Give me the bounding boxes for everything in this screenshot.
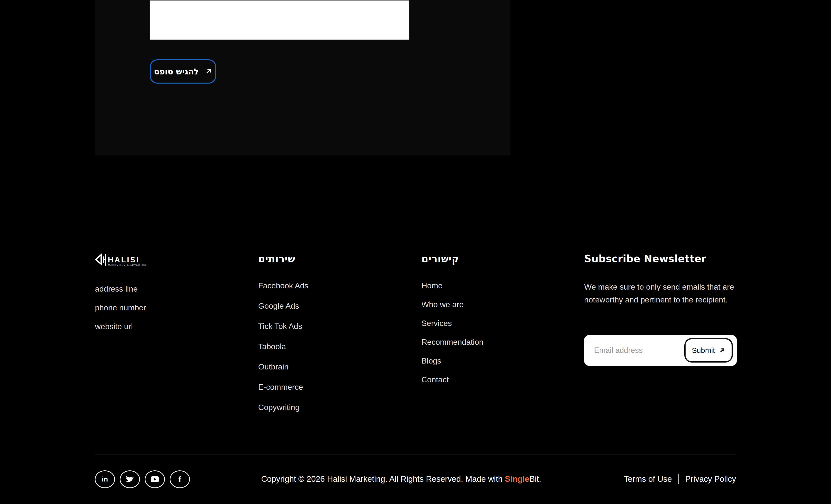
social-links: in f <box>95 470 190 488</box>
arrow-up-right-icon <box>205 68 212 75</box>
copyright-text: Copyright © 2026 Halisi Marketing. All R… <box>261 474 541 484</box>
quick-links-list: Home Who we are Services Recommendation … <box>422 282 484 394</box>
youtube-icon[interactable] <box>145 470 165 488</box>
newsletter-submit-label: Submit <box>692 346 715 355</box>
logo-triangle-icon <box>96 255 101 264</box>
page: להגיש טופס HALISI MARKETING & ADVERTISIN… <box>0 0 831 504</box>
terms-of-use-link[interactable]: Terms of Use <box>624 474 672 484</box>
footer-link-contact[interactable]: Contact <box>422 376 484 384</box>
logo-wordmark: HALISI <box>108 256 140 264</box>
arrow-up-right-icon <box>719 347 725 354</box>
service-link-outbrain[interactable]: Outbrain <box>258 363 308 371</box>
service-link-copywriting[interactable]: Copywriting <box>258 403 308 411</box>
submit-form-button[interactable]: להגיש טופס <box>150 59 216 84</box>
address-line-link[interactable]: address line <box>95 285 146 293</box>
service-link-google-ads[interactable]: Google Ads <box>258 302 308 310</box>
facebook-glyph: f <box>178 475 181 483</box>
newsletter-title: Subscribe Newsletter <box>584 253 706 265</box>
footer-link-home[interactable]: Home <box>422 282 484 290</box>
newsletter-submit-button[interactable]: Submit <box>684 338 733 362</box>
privacy-policy-link[interactable]: Privacy Policy <box>685 474 736 484</box>
newsletter-description: We make sure to only send emails that ar… <box>584 280 738 306</box>
services-column-title: שירותים <box>258 253 295 265</box>
twitter-icon[interactable] <box>120 470 140 488</box>
linkedin-glyph: in <box>102 476 108 483</box>
copyright-prefix: Copyright © 2026 Halisi Marketing. All R… <box>261 474 505 483</box>
logo-tagline: MARKETING & ADVERTISING <box>108 264 147 266</box>
footer-link-blogs[interactable]: Blogs <box>422 357 484 365</box>
footer-divider <box>95 454 736 455</box>
service-link-tiktok-ads[interactable]: Tick Tok Ads <box>258 322 308 330</box>
copyright-brand-highlight[interactable]: Single <box>505 474 529 483</box>
footer-link-services[interactable]: Services <box>422 319 484 327</box>
service-link-taboola[interactable]: Taboola <box>258 343 308 350</box>
youtube-play-glyph <box>151 476 159 482</box>
brand-contact-list: address line phone number website url <box>95 285 146 341</box>
footer-link-who-we-are[interactable]: Who we are <box>422 300 484 308</box>
service-link-ecommerce[interactable]: E-commerce <box>258 383 308 391</box>
copyright-brand-rest: Bit. <box>529 474 541 483</box>
message-textarea[interactable] <box>149 0 409 40</box>
links-column-title: קישורים <box>422 253 459 265</box>
website-url-link[interactable]: website url <box>95 323 146 330</box>
twitter-bird-glyph <box>126 476 134 483</box>
footer-link-recommendation[interactable]: Recommendation <box>422 338 484 346</box>
services-list: Facebook Ads Google Ads Tick Tok Ads Tab… <box>258 282 308 424</box>
legal-links: Terms of Use Privacy Policy <box>624 474 736 484</box>
newsletter-form: Submit <box>584 335 737 366</box>
halisi-logo: HALISI MARKETING & ADVERTISING <box>95 253 147 267</box>
facebook-icon[interactable]: f <box>170 470 190 488</box>
submit-form-label: להגיש טופס <box>154 67 199 77</box>
legal-separator <box>679 474 679 484</box>
linkedin-icon[interactable]: in <box>95 470 115 488</box>
phone-number-link[interactable]: phone number <box>95 304 146 312</box>
service-link-facebook-ads[interactable]: Facebook Ads <box>258 282 308 290</box>
